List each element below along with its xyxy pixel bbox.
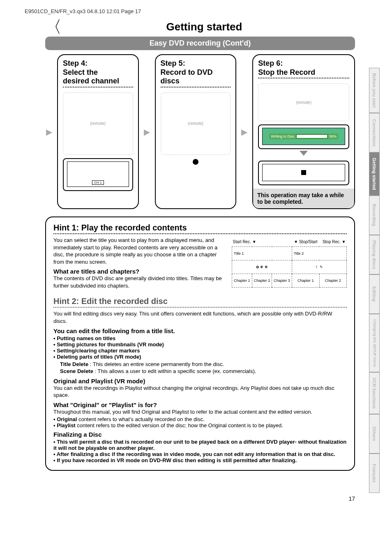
step6-note: This operation may take a while to be co… [253, 189, 354, 208]
step-5-box: Step 5: Record to DVD discs (remote) [155, 54, 237, 209]
bullet-rest: content refers to what's actually record… [77, 416, 204, 422]
hint1-title: Hint 1: Play the recorded contents [53, 223, 347, 234]
step-4-box: Step 4: Select the desired channel (remo… [57, 54, 139, 209]
diagram-stop-start: Stop/Start [299, 240, 317, 244]
step6-line1: Step 6: [258, 59, 283, 67]
hint2-sub1: You can edit the following from a title … [53, 327, 347, 334]
list-item: Putting names on titles [53, 335, 347, 341]
diagram-t1-ch1: Chapter 1 [232, 274, 252, 288]
list-item: Setting/clearing chapter markers [53, 348, 347, 354]
hint2-sub4: Finalizing a Disc [53, 431, 347, 438]
flow-arrow-icon: ▶ [240, 54, 248, 209]
tv-screen-illustration: CH 1 [63, 158, 133, 191]
list-item: After finalizing a disc if the recording… [53, 451, 347, 457]
step5-line1: Step 5: [161, 59, 185, 67]
writing-label: Writing to Disc [271, 134, 295, 138]
hint2-bullets4: This will permit a disc that is recorded… [53, 439, 347, 463]
steps-row: ▶ Step 4: Select the desired channel (re… [45, 54, 355, 209]
step5-line2: Record to DVD [161, 68, 213, 76]
hint2-sub3: What "Original" or "Playlist" is for? [53, 401, 347, 408]
step4-line3: desired channel [63, 77, 133, 88]
header-filename: E9501CD_EN/FR_v3.qx3 04.8.10 12:01 Page … [25, 8, 141, 14]
hint2-para2: You can edit the recordings in Playlist … [53, 385, 347, 399]
list-item: Deleting parts of titles (VR mode) [53, 354, 347, 360]
breadcrumb-arrow-icon: 〈 [45, 18, 62, 35]
record-dot-icon [193, 159, 198, 165]
title-delete-label: Title Delete [60, 361, 88, 367]
step4-line2: Select the [63, 68, 98, 76]
step6-line2: Stop the Record [258, 68, 349, 79]
tab-getting-started[interactable]: Getting started [369, 152, 380, 195]
section-banner: Easy DVD recording (Cont'd) [45, 37, 355, 50]
stop-icon [301, 170, 306, 175]
list-item: This will permit a disc that is recorded… [53, 439, 347, 451]
title-delete-desc: : This deletes an entire scene permanent… [88, 361, 224, 367]
remote-control-illustration: (remote) [258, 83, 349, 121]
tab-connections[interactable]: Connections [369, 113, 380, 152]
scene-delete-label: Scene Delete [60, 368, 93, 374]
tab-before-you-start[interactable]: Before you start [369, 68, 380, 113]
list-item: If you have recorded in VR mode on DVD-R… [53, 457, 347, 463]
tab-vcr-functions[interactable]: VCR functions [369, 372, 380, 414]
tab-editing[interactable]: Editing [369, 274, 380, 314]
step5-line3: discs [161, 77, 231, 88]
list-item: Original content refers to what's actual… [53, 416, 347, 422]
bullet-bold: Playlist [57, 422, 76, 428]
diagram-t2-ch1: Chapter 1 [292, 274, 319, 288]
arrow-down-icon [300, 151, 308, 156]
bullet-bold: Original [57, 416, 77, 422]
tab-francais[interactable]: Français [369, 454, 380, 493]
flow-arrow-icon: ▶ [45, 54, 53, 209]
diagram-stop-rec: Stop Rec. [323, 240, 341, 244]
diagram-t2-ch2: Chapter 2 [319, 274, 346, 288]
tab-recording[interactable]: Recording [369, 196, 380, 235]
diagram-t1-ch2: Chapter 2 [252, 274, 272, 288]
bullet-rest: content refers to the edited version of … [76, 422, 283, 428]
diagram-title1: Title 1 [232, 247, 292, 260]
diagram-title2: Title 2 [292, 247, 346, 260]
hint2-para1: You will find editing discs very easy. T… [53, 310, 347, 325]
hint2-sub2: Original and Playlist (VR mode) [53, 378, 347, 385]
flow-arrow-icon: ▶ [143, 54, 151, 209]
tab-others[interactable]: Others [369, 414, 380, 454]
tab-playing-discs[interactable]: Playing discs [369, 235, 380, 274]
titles-chapters-diagram: Start Rec. ▼ ▼ Stop/Start Stop Rec. ▼ Ti… [232, 237, 347, 288]
page-number: 17 [0, 495, 392, 502]
hint2-title: Hint 2: Edit the recorded disc [53, 297, 347, 308]
remote-control-illustration: (remote) [161, 92, 231, 155]
page-content: Before you start Connections Getting sta… [0, 18, 392, 487]
step4-line1: Step 4: [63, 59, 88, 67]
hints-box: Hint 1: Play the recorded contents Start… [45, 216, 355, 471]
list-item: Playlist content refers to the edited ve… [53, 422, 347, 428]
side-tabs: Before you start Connections Getting sta… [369, 68, 380, 493]
page-title: Getting started [66, 21, 343, 33]
hint2-bullets3: Original content refers to what's actual… [53, 416, 347, 428]
tv-screen-writing: Writing to Disc 58% [258, 124, 349, 149]
hint2-bullets1: Putting names on titles Setting pictures… [53, 335, 347, 360]
step-6-box: Step 6: Stop the Record (remote) Writing… [252, 54, 355, 209]
diagram-t1-ch3: Chapter 3 [272, 274, 292, 288]
writing-percent: 58% [329, 134, 337, 138]
tv-channel-label: CH 1 [92, 180, 104, 185]
scene-delete-desc: : This allows a user to edit within a sp… [93, 368, 256, 374]
print-header: E9501CD_EN/FR_v3.qx3 04.8.10 12:01 Page … [0, 0, 392, 18]
tv-screen-stopped [258, 161, 349, 185]
diagram-start-rec: Start Rec. [233, 240, 251, 244]
tab-setup-menu[interactable]: Changing the SETUP menu [369, 314, 380, 372]
list-item: Setting pictures for thumbnails (VR mode… [53, 341, 347, 348]
hint2-para3-intro: Throughout this manual, you will find Or… [53, 408, 347, 416]
remote-control-illustration: (remote) [63, 92, 133, 155]
